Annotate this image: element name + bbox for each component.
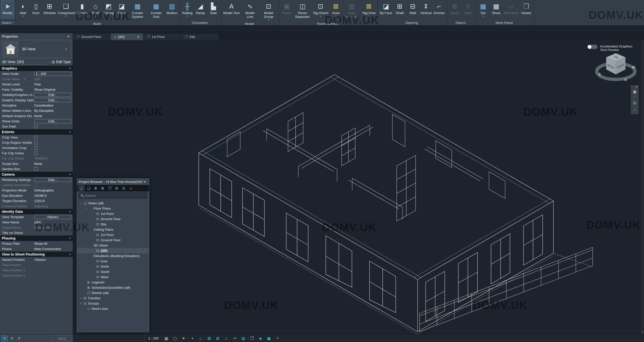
property-value[interactable]: [34, 167, 73, 171]
property-value[interactable]: 10296.9 10296.9 10296.9: [34, 194, 73, 198]
ribbon-group-label-select[interactable]: Select ▾: [1, 20, 14, 25]
vertical-opening-button[interactable]: ⇕ Vertical: [419, 1, 432, 18]
home-icon[interactable]: ⌂: [78, 185, 85, 191]
tree-item[interactable]: ⊡ Ground Floor: [77, 237, 149, 243]
door-button[interactable]: ▯ Door: [29, 1, 43, 18]
ceiling-button[interactable]: ◩ Ceiling: [102, 1, 115, 18]
window-button[interactable]: ⊞ Window: [43, 1, 57, 18]
property-value[interactable]: Edit... Edit... Edit...: [34, 178, 73, 182]
chevron-down-icon[interactable]: ▾: [65, 47, 71, 51]
shadows-icon[interactable]: ◑: [188, 336, 196, 341]
chevron-down-icon[interactable]: ⌄: [634, 106, 636, 109]
property-value[interactable]: {3D} {3D} {3D}: [34, 220, 73, 224]
property-value[interactable]: 1252.6 1252.6 1252.6: [34, 199, 73, 203]
worksharing-display-icon[interactable]: ◈: [256, 336, 265, 341]
collapse-section-icon[interactable]: »: [68, 68, 72, 69]
close-icon[interactable]: ✕: [143, 180, 147, 184]
floor-button[interactable]: ◪ Floor ▾: [115, 1, 128, 18]
property-value[interactable]: Edit... Edit... Edit...: [34, 93, 73, 97]
collapse-section-icon[interactable]: »: [68, 174, 72, 175]
property-value[interactable]: Edit... Edit... Edit...: [34, 98, 73, 102]
property-row[interactable]: Visibility/Graphics O... Edit... Edit...…: [0, 92, 73, 97]
tree-item[interactable]: ⊡ East: [77, 259, 149, 264]
wall-button[interactable]: ◗ Wall ▾: [16, 1, 29, 18]
property-row[interactable]: View Position Y: [0, 273, 73, 278]
property-value[interactable]: Edit... Edit... Edit...: [34, 119, 73, 123]
ribbon-group-label-opening[interactable]: Opening: [379, 20, 446, 25]
section-header-camera[interactable]: Camera »: [0, 172, 73, 177]
close-tab-icon[interactable]: ✕: [137, 35, 140, 39]
sort-descending-button[interactable]: ⇵: [16, 335, 22, 341]
property-row[interactable]: View Name {3D} {3D} {3D}: [0, 220, 73, 225]
property-row[interactable]: Scale Value 1: 100 100 100: [0, 76, 73, 82]
ramp-button[interactable]: ◢ Ramp: [194, 1, 207, 18]
tree-expander-icon[interactable]: −: [85, 228, 88, 231]
accelerated-graphics-toggle[interactable]: [587, 45, 597, 49]
area-button[interactable]: ⊠ Area ▾: [329, 1, 342, 18]
tree-item[interactable]: − 3D Views: [77, 243, 149, 248]
reveal-hidden-icon[interactable]: ◍: [239, 336, 248, 341]
property-row[interactable]: Dependency Independent Independent Indep…: [0, 225, 73, 230]
property-row[interactable]: Crop Region Visible: [0, 140, 73, 145]
ref-plane-button[interactable]: ▱ Ref Plane: [503, 1, 519, 18]
property-row[interactable]: Projection Mode Orthographic Orthographi…: [0, 188, 73, 193]
show-crop-icon[interactable]: ⊞: [213, 336, 222, 341]
ribbon-group-label-build[interactable]: Build: [16, 22, 179, 26]
property-row[interactable]: Eye Elevation 10296.9 10296.9 10296.9: [0, 193, 73, 198]
ribbon-group-label-model[interactable]: Model: [222, 22, 278, 26]
property-value[interactable]: Orthographic Orthographic Orthographic: [34, 188, 73, 192]
collapse-section-icon[interactable]: »: [68, 131, 72, 133]
families-icon[interactable]: ⊟: [114, 185, 120, 191]
property-value[interactable]: None None None: [34, 114, 73, 118]
project-browser-header[interactable]: Project Browser - 14 Box Tree House(2019…: [77, 179, 149, 185]
tree-item[interactable]: ≣ Legends: [77, 280, 149, 285]
tree-item[interactable]: ⊡ South: [77, 269, 149, 274]
property-row[interactable]: Rendering Settings Edit... Edit... Edit.…: [0, 177, 73, 182]
property-row[interactable]: Far Clip Active: [0, 151, 73, 156]
tree-item[interactable]: ∞ Revit Links: [77, 306, 149, 311]
property-value[interactable]: 304800.0 304800.0 304800.0: [34, 157, 73, 160]
visual-style-icon[interactable]: ▢: [171, 336, 179, 341]
property-row[interactable]: Discipline Coordination Coordination Coo…: [0, 103, 73, 108]
show-rendering-icon[interactable]: ♨: [196, 336, 205, 341]
property-row[interactable]: Show Hidden Lines By Discipline By Disci…: [0, 108, 73, 113]
tag-area-button[interactable]: ⊠ Tag Area ▾: [361, 1, 376, 18]
tree-item[interactable]: ⊡ {3D}: [77, 248, 149, 253]
search-box[interactable]: [79, 192, 147, 199]
chevron-down-icon[interactable]: ⌄: [634, 95, 636, 97]
properties-filter-button[interactable]: ≡: [2, 335, 8, 341]
property-row[interactable]: Section Box: [0, 166, 73, 172]
vertical-scrollbar[interactable]: ▲ ▼: [641, 33, 644, 334]
curtain-grid-button[interactable]: ▦ Curtain Grid: [147, 1, 166, 22]
steering-wheel-icon[interactable]: ◉: [633, 88, 637, 95]
menu-icon[interactable]: ≡: [634, 109, 635, 111]
viewer-button[interactable]: ❐ Viewer: [520, 1, 533, 18]
property-value[interactable]: [34, 136, 73, 139]
detail-level-icon[interactable]: ▦: [162, 336, 171, 341]
tree-item[interactable]: ⊡ Site: [77, 222, 149, 227]
property-value[interactable]: <None> <None> <None>: [34, 258, 73, 262]
property-value[interactable]: [34, 141, 73, 144]
ribbon-group-label-room-area[interactable]: Room & Area ▾: [280, 22, 377, 26]
railing-button[interactable]: ╫ Railing ▾: [181, 1, 194, 18]
displace-elements-icon[interactable]: ▣: [265, 336, 273, 341]
ribbon-group-label-datum[interactable]: Datum: [448, 20, 474, 25]
tree-expander-icon[interactable]: −: [79, 202, 83, 205]
property-row[interactable]: Detail Level Fine Fine Fine: [0, 82, 73, 87]
room-button[interactable]: ▣ Room: [280, 1, 293, 18]
property-row[interactable]: Camera Position Adjusting Adjusting Adju…: [0, 204, 73, 209]
ribbon-group-label-circulation[interactable]: Circulation: [181, 20, 220, 25]
level-button[interactable]: ⊕ Level: [448, 1, 461, 18]
set-button[interactable]: ▦ Set ▾: [476, 1, 490, 18]
property-row[interactable]: Parts Visibility Show Original Show Orig…: [0, 87, 73, 92]
property-value[interactable]: [34, 183, 73, 187]
tree-expander-icon[interactable]: +: [79, 302, 83, 305]
tree-item[interactable]: ⊡ Ground Floor: [77, 216, 149, 222]
edit-type-button[interactable]: ▤ Edit Type: [52, 60, 71, 64]
wall-opening-button[interactable]: ⊟ Wall: [406, 1, 419, 18]
property-value[interactable]: Adjusting Adjusting Adjusting: [34, 204, 73, 208]
property-row[interactable]: View Scale 1 : 100 1 : 100 1 : 100: [0, 71, 73, 76]
property-value[interactable]: Independent Independent Independent: [34, 226, 73, 229]
component-button[interactable]: ❑ Component ▾: [57, 1, 75, 18]
tree-item[interactable]: ⊡ 1st Floor: [77, 211, 149, 216]
